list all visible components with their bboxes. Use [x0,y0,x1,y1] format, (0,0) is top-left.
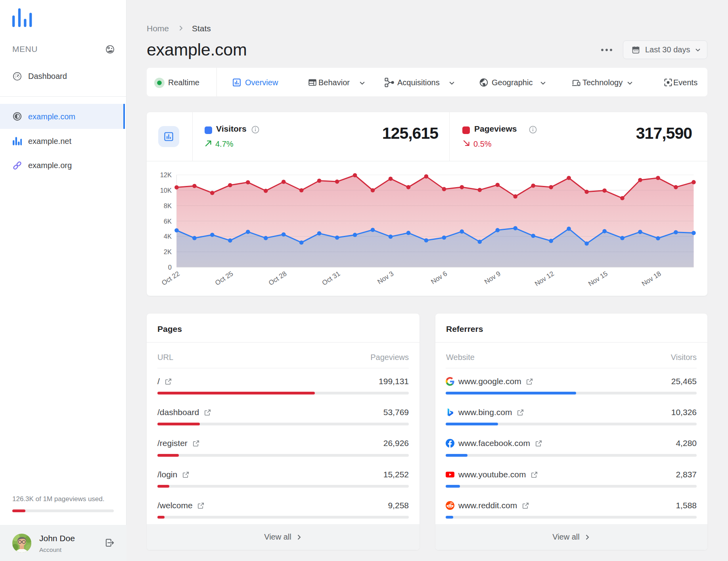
svg-text:Nov 15: Nov 15 [587,270,609,287]
svg-text:Oct 22: Oct 22 [160,270,181,287]
svg-text:Nov 3: Nov 3 [376,270,395,285]
svg-text:Oct 28: Oct 28 [267,270,288,287]
svg-text:2K: 2K [164,248,172,255]
svg-text:Nov 6: Nov 6 [429,270,448,285]
svg-text:8K: 8K [164,202,172,209]
svg-text:12K: 12K [160,171,172,178]
svg-text:Nov 18: Nov 18 [640,270,663,287]
svg-text:Oct 25: Oct 25 [214,270,234,287]
svg-text:10K: 10K [160,187,172,194]
svg-text:4K: 4K [164,233,172,240]
svg-text:6K: 6K [164,218,172,225]
svg-text:Nov 12: Nov 12 [533,270,556,287]
svg-text:0: 0 [168,264,172,271]
svg-text:Oct 31: Oct 31 [321,270,341,287]
svg-text:Nov 9: Nov 9 [483,270,502,285]
